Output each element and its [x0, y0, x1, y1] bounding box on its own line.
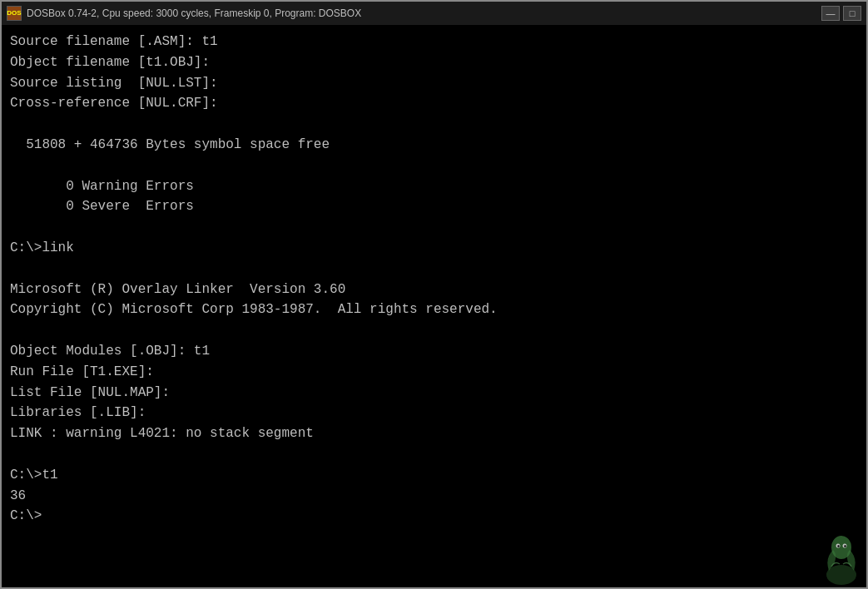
- terminal-screen[interactable]: Source filename [.ASM]: t1 Object filena…: [2, 25, 866, 587]
- svg-point-5: [844, 545, 846, 547]
- dosbox-window: DOS DOSBox 0.74-2, Cpu speed: 3000 cycle…: [0, 0, 868, 589]
- title-bar: DOS DOSBox 0.74-2, Cpu speed: 3000 cycle…: [2, 2, 866, 25]
- svg-point-4: [837, 545, 839, 547]
- svg-point-1: [831, 536, 851, 559]
- maximize-button[interactable]: □: [843, 6, 861, 21]
- app-icon: DOS: [7, 6, 22, 21]
- window-controls: — □: [821, 6, 861, 21]
- window-title: DOSBox 0.74-2, Cpu speed: 3000 cycles, F…: [27, 7, 816, 19]
- terminal-output: Source filename [.ASM]: t1 Object filena…: [10, 32, 858, 527]
- svg-point-0: [826, 565, 856, 585]
- minimize-button[interactable]: —: [821, 6, 840, 21]
- app-icon-text: DOS: [7, 10, 21, 17]
- dosbox-logo: [783, 512, 866, 587]
